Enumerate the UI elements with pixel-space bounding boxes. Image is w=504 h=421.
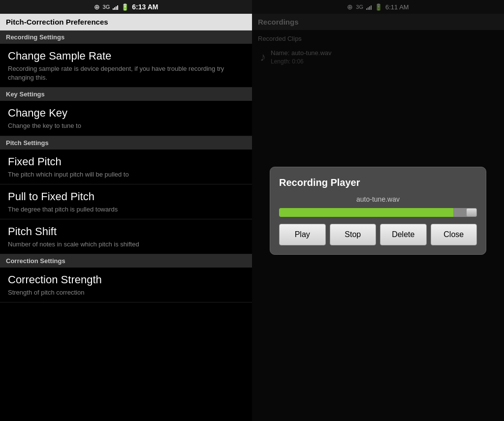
pref-fixed-pitch[interactable]: Fixed Pitch The pitch which input pitch … — [0, 150, 252, 184]
pref-title-fixed-pitch: Fixed Pitch — [8, 155, 244, 168]
left-status-bar: ⊕ 3G 🔋 6:13 AM — [0, 0, 252, 14]
pref-title-pull-to-fixed-pitch: Pull to Fixed Pitch — [8, 190, 244, 203]
delete-button[interactable]: Delete — [380, 224, 427, 245]
play-button[interactable]: Play — [279, 224, 326, 245]
section-pitch-settings: Pitch Settings — [0, 136, 252, 150]
progress-bar-container[interactable] — [279, 208, 477, 217]
gps-icon: ⊕ — [94, 3, 100, 11]
dialog-buttons: Play Stop Delete Close — [279, 224, 477, 245]
pref-desc-change-key: Change the key to tune to — [8, 121, 244, 130]
left-network-label: 3G — [103, 4, 110, 10]
pref-pull-to-fixed-pitch[interactable]: Pull to Fixed Pitch The degree that pitc… — [0, 184, 252, 219]
left-time: 6:13 AM — [132, 3, 158, 11]
left-app-title: Pitch-Correction Preferences — [0, 14, 252, 30]
dialog-filename: auto-tune.wav — [279, 195, 477, 203]
pref-title-change-sample-rate: Change Sample Rate — [8, 50, 244, 62]
pref-title-pitch-shift: Pitch Shift — [8, 225, 244, 238]
pref-desc-fixed-pitch: The pitch which input pitch will be pull… — [8, 170, 244, 179]
pref-change-sample-rate[interactable]: Change Sample Rate Recording sample rate… — [0, 44, 252, 88]
right-panel: ⊕ 3G 🔋 6:11 AM Recordings Recorded Clips… — [252, 0, 504, 421]
pref-desc-pitch-shift: Number of notes in scale which pitch is … — [8, 240, 244, 249]
section-correction-settings: Correction Settings — [0, 254, 252, 268]
left-panel: ⊕ 3G 🔋 6:13 AM Pitch-Correction Preferen… — [0, 0, 252, 421]
battery-icon: 🔋 — [121, 3, 129, 11]
close-button[interactable]: Close — [431, 224, 477, 245]
pref-desc-pull-to-fixed-pitch: The degree that pitch is pulled towards — [8, 205, 244, 214]
pref-desc-change-sample-rate: Recording sample rate is device dependen… — [8, 64, 244, 82]
pref-pitch-shift[interactable]: Pitch Shift Number of notes in scale whi… — [0, 219, 252, 254]
stop-button[interactable]: Stop — [330, 224, 377, 245]
signal-bars-icon — [113, 4, 118, 10]
pref-title-change-key: Change Key — [8, 107, 244, 120]
pref-title-correction-strength: Correction Strength — [8, 273, 244, 286]
section-recording-settings: Recording Settings — [0, 30, 252, 44]
pref-change-key[interactable]: Change Key Change the key to tune to — [0, 101, 252, 136]
pref-correction-strength[interactable]: Correction Strength Strength of pitch co… — [0, 268, 252, 302]
dialog-title: Recording Player — [279, 177, 477, 188]
progress-bar-fill — [279, 208, 453, 217]
recording-player-dialog: Recording Player auto-tune.wav Play Stop… — [270, 167, 486, 255]
section-key-settings: Key Settings — [0, 88, 252, 101]
dialog-overlay: Recording Player auto-tune.wav Play Stop… — [252, 0, 504, 421]
progress-bar-thumb — [466, 208, 477, 217]
pref-desc-correction-strength: Strength of pitch correction — [8, 288, 244, 297]
